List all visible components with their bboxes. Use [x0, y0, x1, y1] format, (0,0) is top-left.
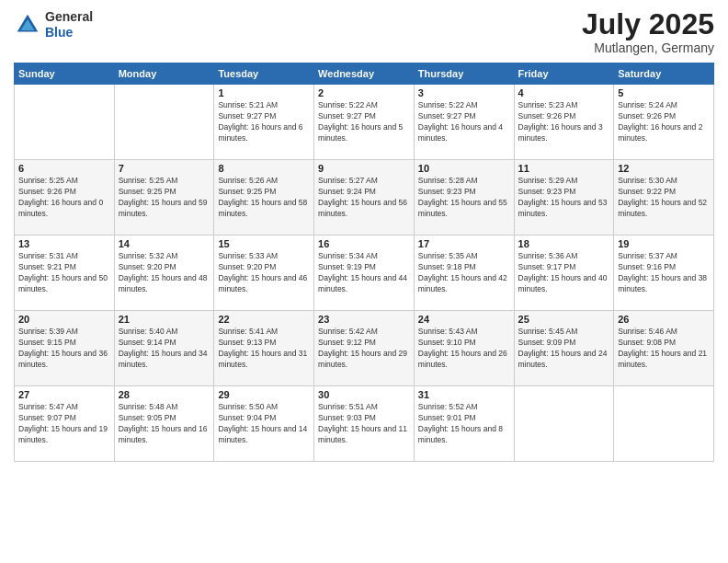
- calendar-cell: 10Sunrise: 5:28 AM Sunset: 9:23 PM Dayli…: [414, 160, 514, 236]
- day-number: 6: [18, 163, 110, 174]
- day-info: Sunrise: 5:32 AM Sunset: 9:20 PM Dayligh…: [119, 251, 210, 295]
- day-number: 13: [18, 238, 110, 249]
- calendar-cell: 22Sunrise: 5:41 AM Sunset: 9:13 PM Dayli…: [214, 311, 314, 386]
- day-info: Sunrise: 5:39 AM Sunset: 9:15 PM Dayligh…: [18, 327, 110, 371]
- day-info: Sunrise: 5:29 AM Sunset: 9:23 PM Dayligh…: [518, 176, 610, 220]
- calendar-week-row: 20Sunrise: 5:39 AM Sunset: 9:15 PM Dayli…: [15, 311, 714, 386]
- calendar-cell: 24Sunrise: 5:43 AM Sunset: 9:10 PM Dayli…: [414, 311, 514, 386]
- calendar-cell: 16Sunrise: 5:34 AM Sunset: 9:19 PM Dayli…: [314, 236, 415, 311]
- day-info: Sunrise: 5:30 AM Sunset: 9:22 PM Dayligh…: [618, 176, 710, 220]
- calendar-cell: 3Sunrise: 5:22 AM Sunset: 9:27 PM Daylig…: [414, 85, 514, 160]
- day-number: 15: [218, 238, 310, 249]
- day-number: 5: [618, 87, 710, 98]
- day-number: 7: [119, 163, 210, 174]
- weekday-header-row: SundayMondayTuesdayWednesdayThursdayFrid…: [15, 63, 714, 85]
- day-number: 17: [418, 238, 510, 249]
- calendar-week-row: 1Sunrise: 5:21 AM Sunset: 9:27 PM Daylig…: [15, 85, 714, 160]
- calendar-cell: 18Sunrise: 5:36 AM Sunset: 9:17 PM Dayli…: [514, 236, 614, 311]
- day-info: Sunrise: 5:40 AM Sunset: 9:14 PM Dayligh…: [119, 327, 210, 371]
- day-number: 14: [119, 238, 210, 249]
- calendar-cell: 6Sunrise: 5:25 AM Sunset: 9:26 PM Daylig…: [15, 160, 115, 236]
- day-number: 19: [618, 238, 710, 249]
- day-number: 3: [418, 87, 510, 98]
- day-number: 18: [518, 238, 610, 249]
- calendar-cell: [15, 85, 115, 160]
- calendar-cell: 7Sunrise: 5:25 AM Sunset: 9:25 PM Daylig…: [114, 160, 214, 236]
- calendar-cell: 12Sunrise: 5:30 AM Sunset: 9:22 PM Dayli…: [614, 160, 714, 236]
- day-number: 1: [218, 87, 310, 98]
- day-info: Sunrise: 5:28 AM Sunset: 9:23 PM Dayligh…: [418, 176, 510, 220]
- calendar-cell: [514, 386, 614, 462]
- day-number: 27: [18, 389, 110, 400]
- day-info: Sunrise: 5:51 AM Sunset: 9:03 PM Dayligh…: [318, 402, 410, 446]
- calendar-cell: 30Sunrise: 5:51 AM Sunset: 9:03 PM Dayli…: [314, 386, 415, 462]
- calendar-cell: 1Sunrise: 5:21 AM Sunset: 9:27 PM Daylig…: [214, 85, 314, 160]
- day-info: Sunrise: 5:42 AM Sunset: 9:12 PM Dayligh…: [318, 327, 410, 371]
- day-info: Sunrise: 5:22 AM Sunset: 9:27 PM Dayligh…: [418, 100, 510, 144]
- day-number: 10: [418, 163, 510, 174]
- weekday-header: Saturday: [614, 63, 714, 85]
- day-info: Sunrise: 5:25 AM Sunset: 9:26 PM Dayligh…: [18, 176, 110, 220]
- weekday-header: Thursday: [414, 63, 514, 85]
- calendar-cell: 2Sunrise: 5:22 AM Sunset: 9:27 PM Daylig…: [314, 85, 415, 160]
- day-number: 9: [318, 163, 410, 174]
- day-info: Sunrise: 5:36 AM Sunset: 9:17 PM Dayligh…: [518, 251, 610, 295]
- day-number: 2: [318, 87, 410, 98]
- day-info: Sunrise: 5:31 AM Sunset: 9:21 PM Dayligh…: [18, 251, 110, 295]
- day-info: Sunrise: 5:25 AM Sunset: 9:25 PM Dayligh…: [119, 176, 210, 220]
- day-info: Sunrise: 5:43 AM Sunset: 9:10 PM Dayligh…: [418, 327, 510, 371]
- calendar-cell: 9Sunrise: 5:27 AM Sunset: 9:24 PM Daylig…: [314, 160, 415, 236]
- day-info: Sunrise: 5:22 AM Sunset: 9:27 PM Dayligh…: [318, 100, 410, 144]
- day-info: Sunrise: 5:46 AM Sunset: 9:08 PM Dayligh…: [618, 327, 710, 371]
- day-number: 4: [518, 87, 610, 98]
- day-info: Sunrise: 5:47 AM Sunset: 9:07 PM Dayligh…: [18, 402, 110, 446]
- day-number: 23: [318, 314, 410, 325]
- weekday-header: Monday: [114, 63, 214, 85]
- calendar-cell: 15Sunrise: 5:33 AM Sunset: 9:20 PM Dayli…: [214, 236, 314, 311]
- day-number: 30: [318, 389, 410, 400]
- day-info: Sunrise: 5:23 AM Sunset: 9:26 PM Dayligh…: [518, 100, 610, 144]
- calendar-cell: 27Sunrise: 5:47 AM Sunset: 9:07 PM Dayli…: [15, 386, 115, 462]
- title-block: July 2025 Mutlangen, Germany: [582, 9, 714, 55]
- day-number: 12: [618, 163, 710, 174]
- day-info: Sunrise: 5:52 AM Sunset: 9:01 PM Dayligh…: [418, 402, 510, 446]
- day-info: Sunrise: 5:26 AM Sunset: 9:25 PM Dayligh…: [218, 176, 310, 220]
- month-year: July 2025: [582, 9, 714, 39]
- weekday-header: Tuesday: [214, 63, 314, 85]
- day-info: Sunrise: 5:37 AM Sunset: 9:16 PM Dayligh…: [618, 251, 710, 295]
- day-info: Sunrise: 5:24 AM Sunset: 9:26 PM Dayligh…: [618, 100, 710, 144]
- calendar-week-row: 13Sunrise: 5:31 AM Sunset: 9:21 PM Dayli…: [15, 236, 714, 311]
- logo-general: General: [45, 9, 93, 25]
- calendar-cell: 17Sunrise: 5:35 AM Sunset: 9:18 PM Dayli…: [414, 236, 514, 311]
- day-number: 31: [418, 389, 510, 400]
- logo-text: General Blue: [45, 9, 93, 40]
- calendar-week-row: 27Sunrise: 5:47 AM Sunset: 9:07 PM Dayli…: [15, 386, 714, 462]
- calendar-cell: 8Sunrise: 5:26 AM Sunset: 9:25 PM Daylig…: [214, 160, 314, 236]
- day-info: Sunrise: 5:48 AM Sunset: 9:05 PM Dayligh…: [119, 402, 210, 446]
- calendar-cell: 29Sunrise: 5:50 AM Sunset: 9:04 PM Dayli…: [214, 386, 314, 462]
- calendar-cell: 11Sunrise: 5:29 AM Sunset: 9:23 PM Dayli…: [514, 160, 614, 236]
- calendar-cell: 20Sunrise: 5:39 AM Sunset: 9:15 PM Dayli…: [15, 311, 115, 386]
- header: General Blue July 2025 Mutlangen, German…: [14, 9, 714, 55]
- day-info: Sunrise: 5:35 AM Sunset: 9:18 PM Dayligh…: [418, 251, 510, 295]
- calendar-cell: 31Sunrise: 5:52 AM Sunset: 9:01 PM Dayli…: [414, 386, 514, 462]
- day-info: Sunrise: 5:41 AM Sunset: 9:13 PM Dayligh…: [218, 327, 310, 371]
- calendar-week-row: 6Sunrise: 5:25 AM Sunset: 9:26 PM Daylig…: [15, 160, 714, 236]
- day-number: 8: [218, 163, 310, 174]
- calendar: SundayMondayTuesdayWednesdayThursdayFrid…: [14, 63, 714, 462]
- day-info: Sunrise: 5:27 AM Sunset: 9:24 PM Dayligh…: [318, 176, 410, 220]
- day-number: 21: [119, 314, 210, 325]
- weekday-header: Wednesday: [314, 63, 415, 85]
- calendar-cell: 19Sunrise: 5:37 AM Sunset: 9:16 PM Dayli…: [614, 236, 714, 311]
- calendar-cell: [614, 386, 714, 462]
- weekday-header: Sunday: [15, 63, 115, 85]
- day-number: 20: [18, 314, 110, 325]
- calendar-cell: 5Sunrise: 5:24 AM Sunset: 9:26 PM Daylig…: [614, 85, 714, 160]
- calendar-cell: 25Sunrise: 5:45 AM Sunset: 9:09 PM Dayli…: [514, 311, 614, 386]
- calendar-cell: [114, 85, 214, 160]
- calendar-cell: 28Sunrise: 5:48 AM Sunset: 9:05 PM Dayli…: [114, 386, 214, 462]
- logo: General Blue: [14, 9, 93, 40]
- day-number: 16: [318, 238, 410, 249]
- calendar-cell: 21Sunrise: 5:40 AM Sunset: 9:14 PM Dayli…: [114, 311, 214, 386]
- weekday-header: Friday: [514, 63, 614, 85]
